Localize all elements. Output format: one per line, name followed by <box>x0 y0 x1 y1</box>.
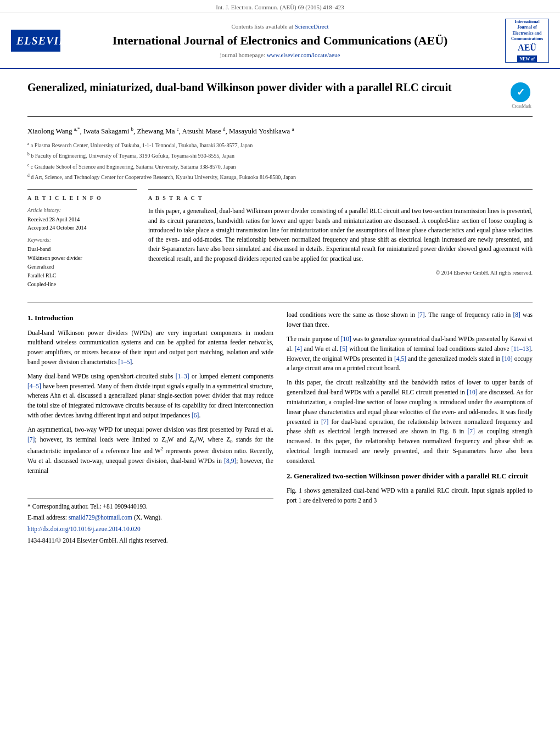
article-info-column: A R T I C L E I N F O Article history: R… <box>27 189 137 293</box>
affiliation-a: a a Plasma Research Center, University o… <box>27 141 533 150</box>
elsevier-logo: ELSEVIER <box>11 30 60 52</box>
article-info-label: A R T I C L E I N F O <box>27 194 137 202</box>
affiliation-c: c c Graduate School of Science and Engin… <box>27 162 533 171</box>
ref-10c[interactable]: [10] <box>467 389 477 395</box>
ref-7c[interactable]: [7] <box>321 419 328 425</box>
ref-8-9[interactable]: [8,9] <box>224 458 236 464</box>
body-right-para-3: In this paper, the circuit realizability… <box>287 378 533 466</box>
keyword-1: Dual-band <box>27 245 137 254</box>
crossmark-badge[interactable]: ✓ CrossMark <box>511 82 533 109</box>
abstract-label: A B S T R A C T <box>148 194 533 202</box>
citation-text: Int. J. Electron. Commun. (AEÜ) 69 (2015… <box>216 4 344 10</box>
section2-heading: 2. Generalized two-section Wilkinson pow… <box>287 471 533 482</box>
body-right-para-2: The main purpose of [10] was to generali… <box>287 334 533 373</box>
email-note: E-mail address: smaild729@hotmail.com (X… <box>27 513 273 523</box>
issn-line: 1434-8411/© 2014 Elsevier GmbH. All righ… <box>27 536 273 546</box>
article-title-section: Generalized, miniaturized, dual-band Wil… <box>27 80 533 116</box>
affiliation-d: d d Art, Science, and Technology Center … <box>27 172 533 182</box>
citation-bar: Int. J. Electron. Commun. (AEÜ) 69 (2015… <box>0 0 560 13</box>
ref-7[interactable]: [7] <box>27 436 35 443</box>
keywords-list: Dual-band Wilkinson power divider Genera… <box>27 245 137 289</box>
doi-line: http://dx.doi.org/10.1016/j.aeue.2014.10… <box>27 525 273 534</box>
received-date: Received 28 April 2014 <box>27 215 137 224</box>
keywords-subsection: Keywords: Dual-band Wilkinson power divi… <box>27 236 137 289</box>
keyword-3: Generalized <box>27 263 137 271</box>
ref-7d[interactable]: [7] <box>467 428 474 434</box>
ref-1-3[interactable]: [1–3] <box>176 373 189 380</box>
history-label: Article history: <box>27 207 137 214</box>
journal-header: ELSEVIER Contents lists available at Sci… <box>0 13 560 69</box>
ref-7b[interactable]: [7] <box>417 311 424 318</box>
homepage-line: journal homepage: www.elsevier.com/locat… <box>60 51 500 59</box>
ref-8b[interactable]: [8] <box>513 311 520 318</box>
sciencedirect-line: Contents lists available at ScienceDirec… <box>60 23 500 31</box>
body-para-2: Many dual-band WPDs using open/short-cir… <box>27 372 273 421</box>
keyword-4: Parallel RLC <box>27 271 137 280</box>
ref-6[interactable]: [6] <box>192 412 199 419</box>
body-right-para-4: Fig. 1 shows generalized dual-band WPD w… <box>287 486 533 506</box>
ref-4b[interactable]: [4] <box>295 345 302 352</box>
crossmark-icon: ✓ <box>511 82 530 102</box>
accepted-date: Accepted 24 October 2014 <box>27 224 137 232</box>
abstract-column: A B S T R A C T In this paper, a general… <box>148 189 533 293</box>
keyword-2: Wilkinson power divider <box>27 254 137 263</box>
affiliations: a a Plasma Research Center, University o… <box>27 141 533 182</box>
sciencedirect-link[interactable]: ScienceDirect <box>295 23 329 30</box>
logo-new-flag: NEW af <box>517 55 537 63</box>
article-title: Generalized, miniaturized, dual-band Wil… <box>27 80 502 94</box>
ref-4-5[interactable]: [4–5] <box>27 383 41 389</box>
affiliation-b: b b Faculty of Engineering, University o… <box>27 151 533 160</box>
abstract-section: A B S T R A C T In this paper, a general… <box>148 189 533 277</box>
body-para-1: Dual-band Wilkinson power dividers (WPDs… <box>27 328 273 367</box>
ref-11-13[interactable]: [11–13] <box>511 345 531 352</box>
homepage-url[interactable]: www.elsevier.com/locate/aeue <box>267 52 340 58</box>
copyright-text: © 2014 Elsevier GmbH. All rights reserve… <box>148 269 533 277</box>
section-divider <box>27 302 533 303</box>
journal-title: International Journal of Electronics and… <box>60 33 500 49</box>
ref-10[interactable]: [10] <box>341 336 351 342</box>
ref-5b[interactable]: [5] <box>340 345 347 352</box>
body-right-column: load conditions were the same as those s… <box>287 310 533 547</box>
body-left-column: 1. Introduction Dual-band Wilkinson powe… <box>27 310 273 547</box>
email-note-text: (X. Wang). <box>134 514 162 521</box>
email-link[interactable]: smaild729@hotmail.com <box>69 514 134 521</box>
body-content: 1. Introduction Dual-band Wilkinson powe… <box>27 310 533 547</box>
body-para-3: An asymmetrical, two-way WPD for unequal… <box>27 425 273 476</box>
email-label: E-mail address: <box>27 514 67 521</box>
article-title-container: Generalized, miniaturized, dual-band Wil… <box>27 80 502 94</box>
authors-line: Xiaolong Wang a,*, Iwata Sakagami b, Zhe… <box>27 126 533 137</box>
contents-text: Contents lists available at <box>231 23 293 30</box>
article-info-box: A R T I C L E I N F O Article history: R… <box>27 189 137 289</box>
body-right-para-1: load conditions were the same as those s… <box>287 310 533 330</box>
ref-4-5c[interactable]: [4,5] <box>394 355 406 362</box>
abstract-text: In this paper, a generalized, dual-band … <box>148 207 533 264</box>
ref-10b[interactable]: [10] <box>502 355 513 362</box>
main-content: Generalized, miniaturized, dual-band Wil… <box>0 69 560 558</box>
homepage-text: journal homepage: <box>220 52 265 58</box>
footnote-area: * Corresponding author. Tel.: +81 090944… <box>27 498 273 546</box>
keywords-label: Keywords: <box>27 236 137 244</box>
aeu-logo-box: InternationalJournal ofElectronics andCo… <box>505 19 549 63</box>
keyword-5: Coupled-line <box>27 280 137 289</box>
elsevier-box-label: ELSEVIER <box>11 30 60 52</box>
history-subsection: Article history: Received 28 April 2014 … <box>27 207 137 232</box>
ref-1-5[interactable]: [1–5] <box>118 359 132 365</box>
doi-link[interactable]: http://dx.doi.org/10.1016/j.aeue.2014.10… <box>27 526 141 532</box>
info-abstract-section: A R T I C L E I N F O Article history: R… <box>27 189 533 293</box>
corresponding-note: * Corresponding author. Tel.: +81 090944… <box>27 502 273 512</box>
corresponding-text: * Corresponding author. Tel.: +81 090944… <box>27 503 148 510</box>
section1-heading: 1. Introduction <box>27 313 273 323</box>
journal-logo-right: InternationalJournal ofElectronics andCo… <box>500 19 549 63</box>
journal-center: Contents lists available at ScienceDirec… <box>60 23 500 59</box>
aeu-acronym: AEÜ <box>518 42 536 54</box>
crossmark-label: CrossMark <box>511 103 533 109</box>
